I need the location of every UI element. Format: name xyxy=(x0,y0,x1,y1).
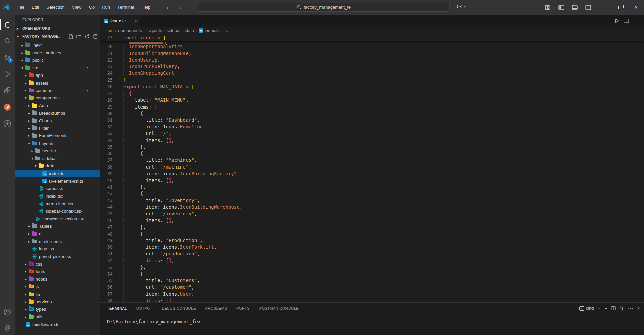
extensions-icon[interactable] xyxy=(0,82,15,99)
tab-index-ts[interactable]: TS index.ts × xyxy=(100,15,140,27)
tree-item-app[interactable]: ▸app xyxy=(15,72,100,79)
panel-tab-terminal[interactable]: TERMINAL xyxy=(107,303,127,314)
tree-item-public[interactable]: ▸public xyxy=(15,57,100,64)
tree-item-menu-item-tsx[interactable]: menu-item.tsx xyxy=(15,200,100,207)
tree-item-services[interactable]: ▸services xyxy=(15,298,100,305)
menu-selection[interactable]: Selection xyxy=(43,0,68,15)
restore-button[interactable] xyxy=(612,0,628,15)
tree-item-hooks[interactable]: ▸hooks xyxy=(15,275,100,283)
panel-tab-problems[interactable]: PROBLEMS xyxy=(205,303,227,314)
customize-layout-icon[interactable] xyxy=(543,2,553,12)
tree-item-index-tsx[interactable]: index.tsx xyxy=(15,192,100,200)
tree-item-filter[interactable]: ▸Filter xyxy=(15,124,100,132)
tree-item-components[interactable]: ▾components xyxy=(15,94,100,102)
collapse-folders-icon[interactable] xyxy=(93,34,98,39)
new-file-icon[interactable] xyxy=(68,34,73,39)
tree-item-node-modules[interactable]: ▸node_modules xyxy=(15,49,100,56)
chevron-right-icon[interactable]: ▸ xyxy=(23,262,28,266)
menu-view[interactable]: View xyxy=(68,0,85,15)
code-editor[interactable]: 13const icons = { 20 IconReportAnalytics… xyxy=(100,34,644,302)
breadcrumb-item[interactable]: data xyxy=(185,28,194,33)
refresh-icon[interactable] xyxy=(84,34,90,39)
thunder-client-icon[interactable] xyxy=(0,115,15,132)
explorer-more-actions-icon[interactable]: ··· xyxy=(91,17,97,22)
tree-item-index-ts[interactable]: TSindex.ts xyxy=(15,170,100,177)
forward-arrow-icon[interactable]: → xyxy=(177,4,182,11)
chevron-right-icon[interactable]: ▸ xyxy=(23,285,28,288)
tree-item-ui-elements-list-ts[interactable]: TSui-elements-list.ts xyxy=(15,177,100,185)
search-icon[interactable] xyxy=(0,33,15,49)
tree-item-showcase-section-tsx[interactable]: showcase-section.tsx xyxy=(15,215,100,222)
panel-tab-output[interactable]: OUTPUT xyxy=(136,303,152,314)
explorer-icon[interactable] xyxy=(0,16,15,33)
toggle-panel-icon[interactable] xyxy=(570,2,580,12)
tree-item--next[interactable]: ▸.next xyxy=(15,41,100,49)
chevron-down-icon[interactable]: ▾ xyxy=(30,157,35,160)
chevron-right-icon[interactable]: ▸ xyxy=(23,270,28,273)
tree-item-ui-elements[interactable]: ▸ui-elements xyxy=(15,238,100,245)
split-terminal-icon[interactable] xyxy=(611,306,616,311)
chevron-right-icon[interactable]: ▸ xyxy=(20,58,25,62)
tab-close-icon[interactable]: × xyxy=(134,18,137,24)
account-icon[interactable] xyxy=(0,304,15,320)
tree-item-js[interactable]: ▸JSjs xyxy=(15,283,100,291)
breadcrumb-item[interactable]: sidebar xyxy=(167,28,181,33)
chevron-right-icon[interactable]: ▸ xyxy=(23,277,28,281)
tree-item-middleware-ts[interactable]: TSmiddleware.ts xyxy=(15,321,100,328)
chevron-right-icon[interactable]: ▸ xyxy=(26,119,32,123)
menu-help[interactable]: Help xyxy=(138,0,154,15)
breadcrumb-item[interactable]: Layouts xyxy=(147,28,162,33)
chevron-right-icon[interactable]: ▸ xyxy=(26,104,32,108)
tree-item-css[interactable]: ▸#css xyxy=(15,260,100,268)
tree-item-utils[interactable]: ▸utils xyxy=(15,313,100,321)
toggle-secondary-sidebar-icon[interactable] xyxy=(583,2,593,12)
tree-item-sidebar[interactable]: ▾sidebar xyxy=(15,155,100,162)
chevron-down-icon[interactable]: ▾ xyxy=(23,96,28,100)
menu-terminal[interactable]: Terminal xyxy=(114,0,138,15)
terminal-profile[interactable]: >_ cmd xyxy=(579,306,594,311)
breadcrumb-item[interactable]: components xyxy=(118,28,142,33)
toggle-primary-sidebar-icon[interactable] xyxy=(556,2,566,12)
postman-icon[interactable] xyxy=(0,99,15,115)
tree-item-period-picker-tsx[interactable]: period-picker.tsx xyxy=(15,253,100,260)
chevron-right-icon[interactable]: ▸ xyxy=(23,315,28,319)
chevron-down-icon[interactable]: ▾ xyxy=(20,66,25,70)
copilot-menu[interactable] xyxy=(456,3,467,10)
close-button[interactable]: × xyxy=(628,0,644,15)
tree-item-charts[interactable]: ▸Charts xyxy=(15,117,100,124)
sticky-scroll-line[interactable]: 13const icons = { xyxy=(100,34,644,41)
tree-item-types[interactable]: ▸TStypes xyxy=(15,306,100,313)
chevron-right-icon[interactable]: ▸ xyxy=(23,89,28,92)
open-editors-section[interactable]: ▸ OPEN EDITORS xyxy=(15,24,100,32)
breadcrumb-item[interactable]: ... xyxy=(225,28,228,33)
chevron-right-icon[interactable]: ▸ xyxy=(26,134,32,138)
workspace-section[interactable]: ▾ FACTORY_MANAGE... xyxy=(15,32,100,40)
menu-run[interactable]: Run xyxy=(98,0,114,15)
back-arrow-icon[interactable]: ← xyxy=(166,4,171,11)
tree-item-sidebar-context-tsx[interactable]: sidebar-context.tsx xyxy=(15,208,100,215)
tree-item-auth[interactable]: ▸Auth xyxy=(15,102,100,109)
run-and-debug-icon[interactable] xyxy=(0,66,15,82)
new-folder-icon[interactable] xyxy=(76,34,81,39)
chevron-right-icon[interactable]: ▸ xyxy=(26,240,32,243)
chevron-right-icon[interactable]: ▸ xyxy=(26,224,32,228)
chevron-right-icon[interactable]: ▸ xyxy=(20,51,25,55)
terminal-profile-chevron-icon[interactable] xyxy=(604,307,607,310)
split-editor-icon[interactable] xyxy=(624,18,629,23)
tree-item-icons-tsx[interactable]: icons.tsx xyxy=(15,185,100,192)
terminal-content[interactable]: D:\Factory\factory_management_fe> xyxy=(100,314,644,335)
command-center-search[interactable]: factory_management_fe xyxy=(198,3,450,12)
panel-tab-ports[interactable]: PORTS xyxy=(236,303,250,314)
new-terminal-icon[interactable]: + xyxy=(597,305,600,311)
menu-file[interactable]: File xyxy=(13,0,28,15)
chevron-right-icon[interactable]: ▸ xyxy=(20,43,25,47)
tree-item-ui[interactable]: ▸ui xyxy=(15,230,100,238)
minimize-button[interactable]: – xyxy=(597,0,612,15)
chevron-down-icon[interactable]: ▾ xyxy=(26,142,32,145)
chevron-right-icon[interactable]: ▸ xyxy=(23,81,28,85)
panel-tab-debug-console[interactable]: DEBUG CONSOLE xyxy=(162,303,196,314)
breadcrumb-item[interactable]: TSindex.ts xyxy=(199,28,220,33)
tree-item-tables[interactable]: ▸Tables xyxy=(15,222,100,230)
source-control-icon[interactable]: 2 xyxy=(0,49,15,66)
menu-go[interactable]: Go xyxy=(85,0,98,15)
